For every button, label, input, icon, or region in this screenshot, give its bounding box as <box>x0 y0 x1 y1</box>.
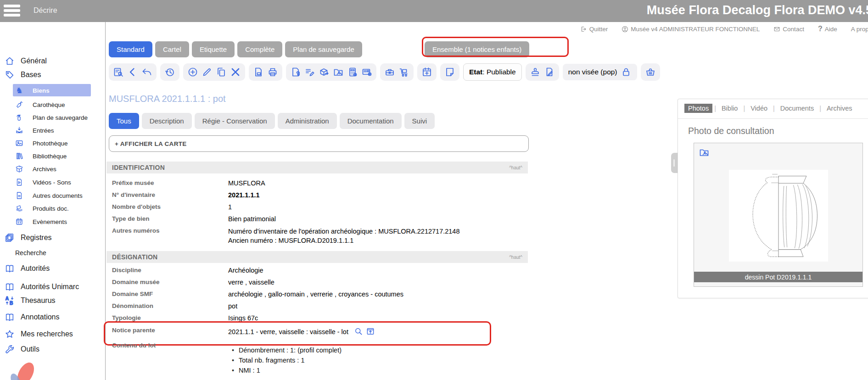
open-book-icon <box>5 263 15 274</box>
sidebar-item-bibliotheque[interactable]: Bibliothèque <box>0 150 67 162</box>
open-media-folder-button[interactable] <box>698 146 711 159</box>
notice-parente-value: 2021.1.1 - verre, vaisselle : vaisselle … <box>228 328 348 335</box>
contact-label: Contact <box>783 26 804 33</box>
media-card-button[interactable] <box>360 66 373 78</box>
help-link[interactable]: ? Aide <box>818 25 837 33</box>
basket-button[interactable] <box>644 66 657 78</box>
contact-link[interactable]: Contact <box>773 26 804 33</box>
toolbox-icon <box>384 67 395 78</box>
sidebar-item-carotheque[interactable]: Carothèque <box>0 99 65 111</box>
tab-complete[interactable]: Complète <box>237 41 282 57</box>
sidebar-item-evenements[interactable]: Evènements <box>0 216 67 228</box>
undo-button[interactable] <box>140 66 153 78</box>
sidebar: Général Bases ♞Biens Carothèque Plan de … <box>0 22 106 380</box>
tab-tous[interactable]: Tous <box>109 113 139 129</box>
sidebar-item-autorites[interactable]: Autorités <box>0 263 50 274</box>
panel-collapse-handle[interactable] <box>671 153 678 173</box>
show-map-toggle[interactable]: + AFFICHER LA CARTE <box>109 135 529 152</box>
tab-regie-conservation[interactable]: Régie - Conservation <box>195 113 275 129</box>
sidebar-item-annotations[interactable]: Annotations <box>0 311 60 323</box>
media-folder-button[interactable] <box>332 66 345 78</box>
user-account-link[interactable]: Musée v4 ADMINISTRATEUR FONCTIONNEL <box>622 26 760 33</box>
open-parent-record-button[interactable] <box>366 327 375 336</box>
tab-suivi[interactable]: Suivi <box>404 113 435 129</box>
tab-documents[interactable]: Documents <box>777 104 818 113</box>
tab-etiquette[interactable]: Etiquette <box>192 41 235 57</box>
sidebar-item-recherche[interactable]: Recherche <box>0 247 46 259</box>
edit-button[interactable] <box>201 66 213 78</box>
etat-value: : Publiable <box>482 68 515 76</box>
copy-button[interactable] <box>215 66 228 78</box>
sidebar-item-thesaurus[interactable]: Thesaurus <box>0 295 56 307</box>
tab-photos[interactable]: Photos <box>684 104 712 113</box>
sidebar-item-biens[interactable]: ♞Biens <box>0 84 50 96</box>
toolbox-button[interactable] <box>383 66 396 78</box>
note-button[interactable] <box>443 66 456 78</box>
trolley-button[interactable] <box>398 66 410 78</box>
photo-card[interactable]: dessin Pot D2019.1.1.1 <box>694 143 863 287</box>
list-edit-icon <box>304 67 315 78</box>
sidebar-item-produits-doc[interactable]: Produits doc. <box>0 202 69 214</box>
tab-biblio[interactable]: Biblio <box>718 104 741 113</box>
media-panel-tabs: Photos | Biblio | Vidéo | Documents | Ar… <box>684 104 856 113</box>
edit-list-button[interactable] <box>303 66 316 78</box>
stamp-button[interactable] <box>529 66 542 78</box>
sidebar-item-registres[interactable]: Registres <box>0 232 52 244</box>
tab-administration[interactable]: Administration <box>278 113 337 129</box>
tab-standard[interactable]: Standard <box>109 41 152 57</box>
tab-documentation[interactable]: Documentation <box>340 113 402 129</box>
tab-video[interactable]: Vidéo <box>747 104 771 113</box>
field-row-domaine-musee: Domaine musée verre , vaisselle <box>106 279 566 288</box>
records-search-button[interactable] <box>112 66 125 78</box>
add-button[interactable] <box>186 66 199 78</box>
sidebar-item-autres-documents[interactable]: Autres documents <box>0 190 83 201</box>
hamburger-menu-icon[interactable] <box>4 5 21 17</box>
tab-archives[interactable]: Archives <box>823 104 856 113</box>
export-box-button[interactable] <box>318 66 330 78</box>
top-anchor-link[interactable]: ^haut^ <box>509 255 528 260</box>
sidebar-item-videos-sons[interactable]: Vidéos - Sons <box>0 176 71 188</box>
export-file-button[interactable] <box>252 66 265 78</box>
field-row-prefixe-musee: Préfixe musée MUSFLORA <box>106 179 566 189</box>
field-row-typologie: Typologie Isings 67c <box>106 314 566 324</box>
search-parent-record-button[interactable] <box>354 327 363 336</box>
tab-plan-sauvegarde[interactable]: Plan de sauvegarde <box>285 41 362 57</box>
print-button[interactable] <box>266 66 279 78</box>
sidebar-item-mes-recherches[interactable]: Mes recherches <box>0 328 73 340</box>
sidebar-item-entrees[interactable]: Entrées <box>0 124 54 136</box>
back-button[interactable] <box>126 66 139 78</box>
calculator-button[interactable] <box>346 66 359 78</box>
sidebar-item-archives[interactable]: Archives <box>0 163 56 175</box>
sidebar-item-outils[interactable]: Outils <box>0 343 39 355</box>
delete-x-icon <box>230 67 241 78</box>
history-button[interactable] <box>163 66 176 78</box>
toolbar-group-logistics <box>380 63 414 81</box>
inbox-down-icon <box>15 126 23 134</box>
photo-icon <box>15 139 23 147</box>
field-row-nombre-objets: Nombre d'objets 1 <box>106 203 566 212</box>
etat-status[interactable]: Etat : Publiable <box>463 63 522 81</box>
add-event-button[interactable] <box>420 66 433 78</box>
calendar-icon <box>15 218 23 226</box>
sidebar-item-autorites-unimarc[interactable]: Autorités Unimarc <box>0 281 79 293</box>
quit-link[interactable]: Quitter <box>580 26 608 33</box>
sidebar-item-plan-sauvegarde[interactable]: Plan de sauvegarde <box>0 112 88 123</box>
contenu-du-lot-list: Dénombrement : 1: (profil complet) Total… <box>232 345 342 375</box>
top-anchor-link[interactable]: ^haut^ <box>509 165 528 170</box>
sidebar-item-bases[interactable]: Bases <box>0 69 41 81</box>
sidebar-item-general[interactable]: Général <box>0 55 47 67</box>
field-row-type-de-bien: Type de bien Bien patrimonial <box>106 215 566 224</box>
tab-ensemble[interactable]: Ensemble (1 notices enfants) <box>425 41 529 57</box>
toolbar-group-output <box>249 63 282 81</box>
flora-software-logo: FLORA SOFTWARE Bibliothèques | Archives … <box>6 361 103 380</box>
attach-document-button[interactable] <box>289 66 302 78</box>
tab-description[interactable]: Description <box>142 113 192 129</box>
tab-cartel[interactable]: Cartel <box>155 41 189 57</box>
record-toolbar: Etat : Publiable non visée (pop) <box>109 63 660 81</box>
record-title: MUSFLORA 2021.1.1.1 : pot <box>109 94 226 104</box>
visa-status[interactable]: non visée (pop) <box>563 64 637 80</box>
about-link[interactable]: A propos <box>851 26 868 33</box>
document-wizard-button[interactable] <box>543 66 556 78</box>
sidebar-item-phototheque[interactable]: Photothèque <box>0 137 68 149</box>
delete-button[interactable] <box>229 66 242 78</box>
